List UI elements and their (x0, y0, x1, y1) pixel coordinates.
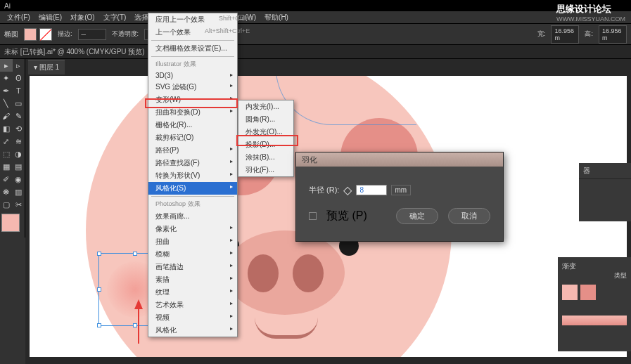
radius-unit[interactable]: mm (391, 185, 411, 195)
stroke-weight[interactable]: ─ (78, 29, 106, 40)
handle-n[interactable] (133, 252, 137, 256)
psfx-stylize[interactable]: 风格化 (148, 324, 237, 337)
gradient-bar[interactable] (562, 316, 627, 325)
fx-warp[interactable]: 变形(W) (148, 93, 237, 106)
rotate-tool[interactable]: ⟲ (13, 122, 25, 135)
handle-nw[interactable] (97, 252, 101, 256)
menu-type[interactable]: 文字(T) (99, 13, 131, 22)
psfx-distort[interactable]: 扭曲 (148, 235, 237, 248)
stylize-inner-glow[interactable]: 内发光(I)... (238, 100, 293, 113)
doc-status-bar: 未标 [已转换].ai* @ 400% (CMYK/GPU 预览) (0, 45, 631, 59)
opacity-label: 不透明度: (109, 28, 142, 40)
fx-distort[interactable]: 扭曲和变换(D) (148, 106, 237, 119)
eraser-tool[interactable]: ◧ (0, 122, 13, 135)
type-tool[interactable]: T (13, 84, 25, 97)
pencil-tool[interactable]: ✎ (13, 110, 25, 122)
handle-w[interactable] (97, 287, 101, 292)
toolbox: ▸▹ ✦ʘ ✒T ╲▭ 🖌✎ ◧⟲ ⤢≋ ⬚◑ ▦▤ ✐◉ ❋▥ ▢✂ (0, 59, 25, 238)
psfx-gallery[interactable]: 效果画廊... (148, 210, 237, 223)
paintbrush-tool[interactable]: 🖌 (0, 110, 13, 122)
selection-type: 椭圆 (4, 30, 18, 39)
graph-tool[interactable]: ▥ (13, 186, 25, 198)
svg-marker-3 (134, 299, 143, 309)
panel-tab[interactable]: 器 (579, 163, 631, 179)
gradient-swatch-2[interactable] (580, 285, 596, 300)
menu-object[interactable]: 对象(O) (66, 13, 98, 22)
menu-file[interactable]: 文件(F) (3, 13, 34, 22)
menu-help[interactable]: 帮助(H) (260, 13, 293, 22)
apply-last-effect[interactable]: 应用上一个效果Shift+Ctrl+E (148, 13, 237, 26)
symbol-sprayer-tool[interactable]: ❋ (0, 186, 13, 198)
blend-tool[interactable]: ◉ (13, 173, 25, 186)
radius-label: 半径 (R): (309, 185, 339, 195)
fx-convert-shape[interactable]: 转换为形状(V) (148, 169, 237, 182)
pig-nose (225, 230, 345, 315)
mesh-tool[interactable]: ▦ (0, 160, 13, 173)
stylize-round-corners[interactable]: 圆角(R)... (238, 113, 293, 126)
gradient-swatch-1[interactable] (562, 285, 578, 300)
ok-button[interactable]: 确定 (396, 208, 438, 224)
stylize-scribble[interactable]: 涂抹(B)... (238, 151, 293, 164)
psfx-video[interactable]: 视频 (148, 311, 237, 324)
doc-status-text: 未标 [已转换].ai* @ 400% (CMYK/GPU 预览) (4, 47, 145, 57)
menu-edit[interactable]: 编辑(E) (34, 13, 66, 22)
stylize-submenu: 内发光(I)... 圆角(R)... 外发光(O)... 投影(D)... 涂抹… (238, 100, 294, 177)
direct-selection-tool[interactable]: ▹ (13, 59, 25, 72)
free-transform-tool[interactable]: ⬚ (0, 148, 13, 160)
psfx-blur[interactable]: 模糊 (148, 248, 237, 261)
fx-rasterize[interactable]: 栅格化(R)... (148, 119, 237, 131)
magic-wand-tool[interactable]: ✦ (0, 72, 13, 84)
fx-svg[interactable]: SVG 滤镜(G) (148, 81, 237, 93)
nostril-left (248, 254, 279, 292)
eyedropper-tool[interactable]: ✐ (0, 173, 13, 186)
doc-raster-settings[interactable]: 文档栅格效果设置(E)... (148, 42, 237, 55)
gradient-panel[interactable]: 渐变 类型 (558, 257, 631, 351)
scale-tool[interactable]: ⤢ (0, 135, 13, 148)
fill-color[interactable] (1, 214, 20, 232)
psfx-artistic[interactable]: 艺术效果 (148, 299, 237, 311)
stylize-outer-glow[interactable]: 外发光(O)... (238, 126, 293, 138)
illustrator-effects-header: Illustrator 效果 (148, 58, 237, 70)
last-effect[interactable]: 上一个效果Alt+Shift+Ctrl+E (148, 26, 237, 39)
dialog-title[interactable]: 羽化 (296, 152, 503, 167)
selection-tool[interactable]: ▸ (0, 59, 13, 72)
control-bar: 椭圆 描边: ─ 不透明度: 100% 样式: 宽: 16.956 m 高: 1… (0, 24, 631, 45)
layer-tab[interactable]: ▾ 图层 1 (28, 60, 65, 74)
watermark-en: WWW.MISSYUAN.COM (556, 15, 625, 22)
nostril-right (293, 254, 324, 292)
app-name: Ai (4, 2, 11, 10)
fx-3d[interactable]: 3D(3) (148, 70, 237, 81)
title-bar: Ai (0, 0, 631, 11)
preview-checkbox[interactable] (309, 212, 317, 220)
handle-sw[interactable] (97, 323, 101, 327)
psfx-pixelate[interactable]: 像素化 (148, 223, 237, 235)
artboard-tool[interactable]: ▢ (0, 198, 13, 211)
shape-builder-tool[interactable]: ◑ (13, 148, 25, 160)
slice-tool[interactable]: ✂ (13, 198, 25, 211)
fill-swatch[interactable] (24, 28, 37, 41)
fx-cropmarks[interactable]: 裁剪标记(O) (148, 131, 237, 144)
gradient-type-label: 类型 (562, 271, 627, 280)
height-field[interactable]: 16.956 m (599, 25, 627, 44)
width-field[interactable]: 16.956 m (551, 25, 579, 44)
line-tool[interactable]: ╲ (0, 97, 13, 110)
fx-path[interactable]: 路径(P) (148, 144, 237, 157)
fx-pathfinder[interactable]: 路径查找器(F) (148, 157, 237, 169)
lasso-tool[interactable]: ʘ (13, 72, 25, 84)
gradient-tool[interactable]: ▤ (13, 160, 25, 173)
width-label: 宽: (535, 28, 549, 40)
psfx-texture[interactable]: 纹理 (148, 286, 237, 299)
gradient-header: 渐变 (562, 261, 627, 271)
radius-input[interactable]: 8 (356, 185, 387, 195)
rectangle-tool[interactable]: ▭ (13, 97, 25, 110)
cancel-button[interactable]: 取消 (448, 208, 490, 224)
psfx-brush[interactable]: 画笔描边 (148, 261, 237, 273)
stroke-swatch[interactable] (39, 28, 52, 41)
right-panel-strip: 器 (579, 163, 631, 221)
fx-stylize[interactable]: 风格化(S) (148, 182, 237, 195)
pen-tool[interactable]: ✒ (0, 84, 13, 97)
width-tool[interactable]: ≋ (13, 135, 25, 148)
psfx-sketch[interactable]: 素描 (148, 273, 237, 286)
stylize-feather[interactable]: 羽化(F)... (238, 164, 293, 176)
stylize-drop-shadow[interactable]: 投影(D)... (238, 138, 293, 151)
